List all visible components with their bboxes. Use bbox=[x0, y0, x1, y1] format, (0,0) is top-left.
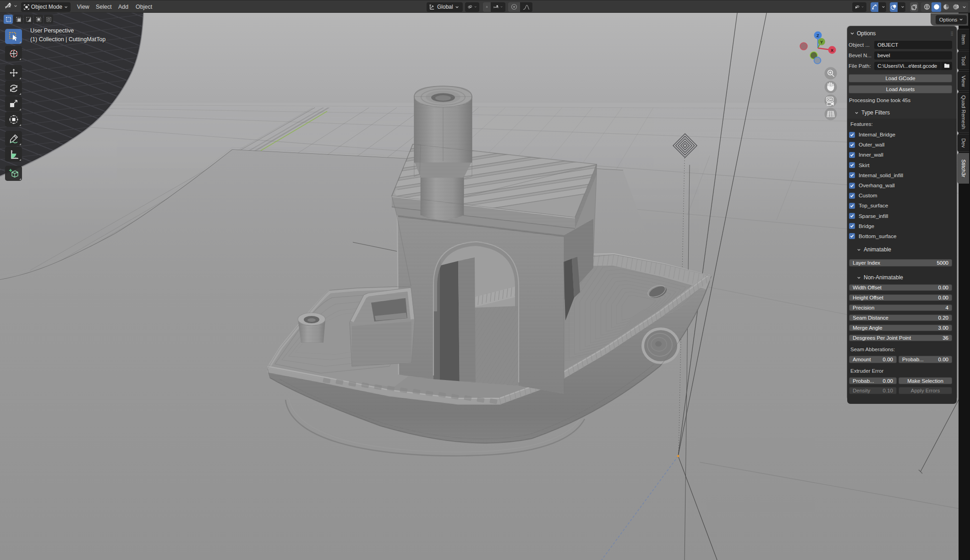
svg-text:X: X bbox=[831, 48, 834, 53]
svg-text:Y: Y bbox=[820, 40, 823, 44]
svg-text:Z: Z bbox=[817, 33, 819, 38]
